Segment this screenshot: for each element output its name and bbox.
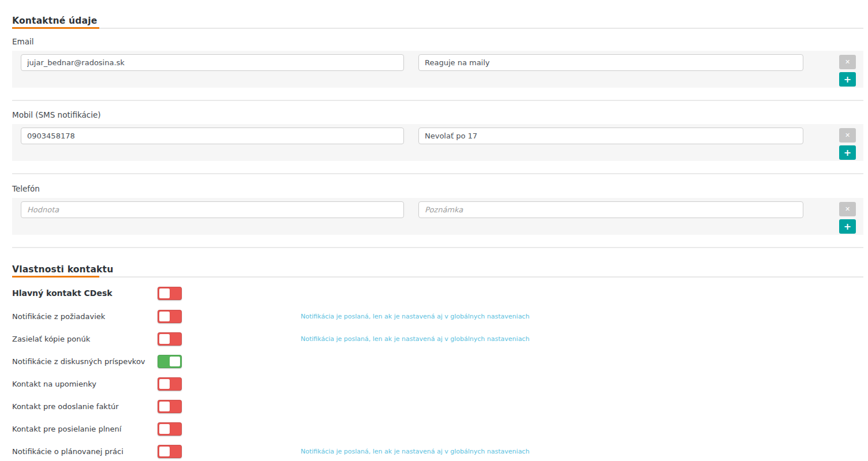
section-accent-underline	[12, 27, 99, 29]
email-value-input[interactable]	[21, 54, 404, 71]
group-divider	[12, 173, 863, 174]
toggle-knob	[159, 288, 170, 298]
toggle-switch[interactable]	[158, 422, 182, 436]
group-divider	[12, 100, 863, 101]
property-note: Notifikácia je poslaná, len ak je nastav…	[301, 332, 529, 346]
property-label: Notifikácie o plánovanej práci	[12, 445, 124, 458]
toggle-knob	[159, 447, 170, 456]
field-row-panel: ✕ +	[12, 198, 863, 235]
toggle-knob	[159, 424, 170, 434]
property-row-planned-work-notifications: Notifikácie o plánovanej práci Notifikác…	[12, 445, 855, 458]
field-row-panel: ✕ +	[12, 124, 863, 161]
field-group-label: Email	[12, 37, 33, 46]
email-note-input[interactable]	[418, 54, 803, 71]
add-row-button[interactable]: +	[839, 145, 856, 160]
property-label: Notifikácie z požiadaviek	[12, 310, 105, 323]
remove-row-button[interactable]: ✕	[839, 55, 856, 69]
property-label: Hlavný kontakt CDesk	[12, 287, 113, 300]
mobile-value-input[interactable]	[21, 128, 404, 144]
contact-edit-page: Kontaktné údaje Email ✕ + Mobil (SMS not…	[0, 0, 868, 461]
add-row-button[interactable]: +	[839, 219, 856, 234]
toggle-switch[interactable]	[158, 377, 182, 391]
field-row-panel: ✕ +	[12, 51, 863, 88]
toggle-switch[interactable]	[158, 287, 182, 300]
section-accent-underline	[12, 276, 99, 278]
property-label: Kontakt pre posielanie plnení	[12, 422, 121, 436]
toggle-knob	[159, 334, 170, 344]
toggle-knob	[159, 312, 170, 321]
property-label: Zasielať kópie ponúk	[12, 332, 90, 346]
property-label: Kontakt na upomienky	[12, 377, 96, 391]
property-row-fulfillment-sending-contact: Kontakt pre posielanie plnení	[12, 422, 855, 436]
toggle-switch[interactable]	[158, 355, 182, 368]
property-row-invoice-sending-contact: Kontakt pre odoslanie faktúr	[12, 400, 855, 413]
toggle-switch[interactable]	[158, 400, 182, 413]
toggle-switch[interactable]	[158, 332, 182, 346]
property-row-main-contact: Hlavný kontakt CDesk	[12, 287, 855, 300]
phone-note-input[interactable]	[418, 201, 803, 218]
remove-row-button[interactable]: ✕	[839, 128, 856, 143]
property-row-reminders-contact: Kontakt na upomienky	[12, 377, 855, 391]
group-divider	[12, 247, 863, 248]
field-group-label: Mobil (SMS notifikácie)	[12, 110, 101, 119]
mobile-note-input[interactable]	[418, 128, 803, 144]
property-label: Kontakt pre odoslanie faktúr	[12, 400, 119, 413]
toggle-knob	[159, 402, 170, 411]
property-row-offer-copies: Zasielať kópie ponúk Notifikácia je posl…	[12, 332, 855, 346]
property-row-request-notifications: Notifikácie z požiadaviek Notifikácia je…	[12, 310, 855, 323]
section-divider-line	[12, 28, 863, 29]
add-row-button[interactable]: +	[839, 72, 856, 87]
toggle-switch[interactable]	[158, 310, 182, 323]
property-note: Notifikácia je poslaná, len ak je nastav…	[301, 310, 529, 323]
phone-value-input[interactable]	[21, 201, 404, 218]
section-divider-line	[12, 276, 863, 278]
toggle-knob	[159, 379, 170, 389]
section-title-contact-details: Kontaktné údaje	[12, 16, 97, 26]
toggle-switch[interactable]	[158, 445, 182, 458]
toggle-knob	[170, 357, 180, 366]
property-label: Notifikácie z diskusných príspevkov	[12, 355, 145, 368]
field-group-label: Telefón	[12, 184, 40, 193]
property-note: Notifikácia je poslaná, len ak je nastav…	[301, 445, 529, 458]
property-row-discussion-notifications: Notifikácie z diskusných príspevkov	[12, 355, 855, 368]
section-title-contact-properties: Vlastnosti kontaktu	[12, 264, 113, 275]
remove-row-button[interactable]: ✕	[839, 202, 856, 216]
